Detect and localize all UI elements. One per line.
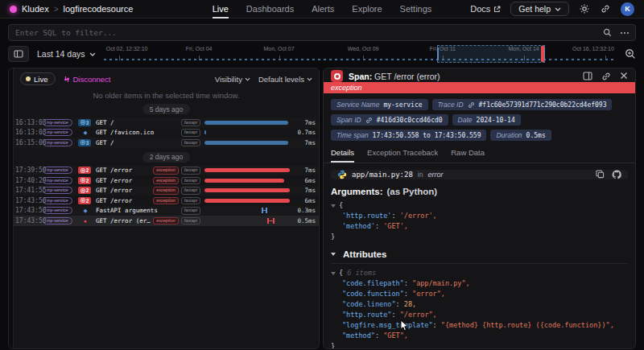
expand-icon bbox=[80, 140, 85, 145]
more-options-icon[interactable] bbox=[620, 31, 630, 35]
timeline-selection[interactable] bbox=[437, 45, 545, 63]
get-help-button[interactable]: Get help bbox=[510, 2, 569, 16]
tag-fastapi: fastapi bbox=[181, 197, 200, 205]
service-badge: my-service bbox=[43, 187, 72, 194]
trace-row[interactable]: 17:43:50 my-service ◆ FastAPI arguments … bbox=[14, 206, 319, 216]
visibility-label: Visibility bbox=[215, 75, 242, 84]
attributes-heading[interactable]: Attributes bbox=[331, 249, 628, 264]
detail-tabs: Details Exception Traceback Raw Data bbox=[324, 143, 635, 163]
code-function-name: error bbox=[427, 171, 443, 179]
tag-fastapi: fastapi bbox=[181, 177, 200, 185]
tag-exception: exception bbox=[153, 197, 179, 205]
items-count-note: 6 items bbox=[347, 269, 376, 277]
close-icon[interactable] bbox=[620, 72, 628, 80]
children-count-badge[interactable]: 2 bbox=[78, 197, 91, 204]
copy-icon[interactable] bbox=[596, 170, 605, 179]
trace-row[interactable]: 17:43:50 my-service 2 GET /error excepti… bbox=[14, 196, 319, 206]
disconnect-button[interactable]: Disconnect bbox=[64, 75, 110, 84]
trace-row-selected[interactable]: 17:43:50 my-service ● GET /error (error)… bbox=[14, 216, 319, 226]
collapse-caret-icon[interactable] bbox=[331, 272, 336, 275]
docs-label: Docs bbox=[470, 4, 490, 14]
children-count-badge[interactable]: 2 bbox=[78, 187, 91, 194]
breadcrumb: Kludex > logfirecodesource bbox=[10, 4, 213, 14]
meta-span-id[interactable]: Span ID#416d30c0ccd46cd0 bbox=[331, 114, 448, 126]
time-range-select[interactable]: Last 14 days bbox=[37, 49, 96, 59]
chevron-down-icon bbox=[245, 77, 250, 81]
chevron-down-icon bbox=[555, 7, 561, 11]
default-levels-dropdown[interactable]: Default levels bbox=[258, 75, 312, 84]
nav-tab-settings[interactable]: Settings bbox=[400, 0, 432, 19]
nav-tab-live[interactable]: Live bbox=[213, 0, 229, 19]
meta-trace-id[interactable]: Trace ID#f1c60e57391d771c290c0b22cd4ef09… bbox=[432, 99, 613, 110]
arguments-heading: Arguments: (as Python) bbox=[331, 187, 628, 196]
github-icon[interactable] bbox=[612, 170, 621, 179]
tag-fastapi: fastapi bbox=[181, 207, 200, 215]
tab-details[interactable]: Details bbox=[331, 148, 354, 163]
link-icon bbox=[601, 4, 610, 14]
logfire-logo-icon[interactable] bbox=[10, 6, 17, 13]
error-dot-icon: ● bbox=[78, 218, 93, 224]
children-count-badge[interactable]: 2 bbox=[78, 167, 91, 174]
duration-label: 7ms bbox=[291, 139, 316, 146]
share-link-button[interactable] bbox=[600, 3, 611, 14]
timeline[interactable]: Oct 02, 12:32:10 Fri, Oct 04 Mon, Oct 07… bbox=[104, 45, 617, 63]
tab-raw-data[interactable]: Raw Data bbox=[451, 148, 485, 163]
visibility-dropdown[interactable]: Visibility bbox=[215, 75, 250, 84]
mouse-cursor bbox=[400, 319, 410, 332]
attributes-heading-label: Attributes bbox=[343, 249, 386, 259]
children-count-badge[interactable]: 3 bbox=[78, 139, 91, 146]
live-panel-header: Live Disconnect Visibility Default level… bbox=[14, 71, 319, 87]
arguments-heading-label: Arguments: bbox=[331, 187, 383, 196]
trace-row[interactable]: 17:41:55 my-service 2 GET /error excepti… bbox=[14, 186, 319, 196]
tag-fastapi: fastapi bbox=[181, 139, 200, 147]
sql-filter-bar bbox=[8, 24, 636, 41]
trace-row[interactable]: 16:13:03 my-service ◆ GET /favicon.ico f… bbox=[14, 128, 319, 138]
trace-row[interactable]: 16:15:00 my-service 3 GET / fastapi 7ms bbox=[14, 138, 319, 148]
duration-bar bbox=[204, 199, 290, 203]
span-detail-header: Span: GET /error (error) bbox=[324, 70, 635, 82]
tag-exception: exception bbox=[153, 167, 179, 175]
open-panel-icon[interactable] bbox=[583, 72, 592, 80]
children-count-badge[interactable]: 2 bbox=[78, 177, 91, 184]
duration-label: 6ms bbox=[291, 177, 316, 184]
tag-fastapi: fastapi bbox=[181, 187, 200, 195]
trace-row[interactable]: 17:39:59 my-service 2 GET /error excepti… bbox=[14, 166, 319, 176]
duration-bar-zone bbox=[204, 167, 291, 175]
sql-filter-input[interactable] bbox=[8, 24, 636, 41]
user-avatar[interactable]: K bbox=[621, 2, 634, 16]
arguments-code-block: { 'http.route': '/error', 'method': 'GET… bbox=[331, 200, 628, 242]
children-count-badge[interactable]: 3 bbox=[78, 119, 91, 126]
docs-link[interactable]: Docs bbox=[470, 4, 501, 14]
search-icon[interactable] bbox=[603, 28, 612, 37]
python-icon bbox=[337, 170, 347, 179]
panel-toggle-icon bbox=[14, 50, 23, 58]
collapse-caret-icon bbox=[331, 253, 336, 256]
link-icon bbox=[365, 117, 373, 124]
trace-row[interactable]: 16:13:03 my-service 3 GET / fastapi 7ms bbox=[14, 117, 319, 128]
selection-left-handle[interactable] bbox=[437, 47, 439, 60]
breadcrumb-org[interactable]: Kludex bbox=[22, 4, 49, 14]
breadcrumb-project[interactable]: logfirecodesource bbox=[63, 4, 133, 14]
sidebar-toggle-button[interactable] bbox=[8, 46, 29, 62]
timeline-tick-label: Wed, Oct 09 bbox=[348, 46, 379, 51]
duration-bar-zone bbox=[204, 187, 291, 195]
span-title: GET /error (error) bbox=[93, 217, 151, 224]
timeline-tick-label: Fri, Oct 04 bbox=[186, 46, 213, 51]
live-status-pill[interactable]: Live bbox=[20, 72, 56, 85]
copy-link-icon[interactable] bbox=[601, 72, 611, 81]
duration-bar-zone bbox=[204, 138, 291, 146]
nav-tab-alerts[interactable]: Alerts bbox=[312, 0, 334, 19]
scrollbar-gutter[interactable] bbox=[9, 68, 14, 348]
span-title: GET / bbox=[93, 119, 179, 126]
nav-tab-explore[interactable]: Explore bbox=[352, 0, 382, 19]
theme-toggle-button[interactable] bbox=[579, 3, 590, 14]
duration-bar-zone bbox=[204, 216, 291, 224]
timeline-tick bbox=[279, 56, 280, 60]
tag-exception: exception bbox=[153, 177, 179, 185]
trace-row[interactable]: 17:40:29 my-service 2 GET /error excepti… bbox=[14, 175, 319, 186]
code-file-path[interactable]: app/main.py:28 bbox=[352, 171, 413, 179]
collapse-caret-icon[interactable] bbox=[331, 204, 336, 208]
timeline-zoom-button[interactable] bbox=[625, 48, 636, 60]
tab-exception-traceback[interactable]: Exception Traceback bbox=[367, 148, 438, 163]
nav-tab-dashboards[interactable]: Dashboards bbox=[246, 0, 294, 19]
